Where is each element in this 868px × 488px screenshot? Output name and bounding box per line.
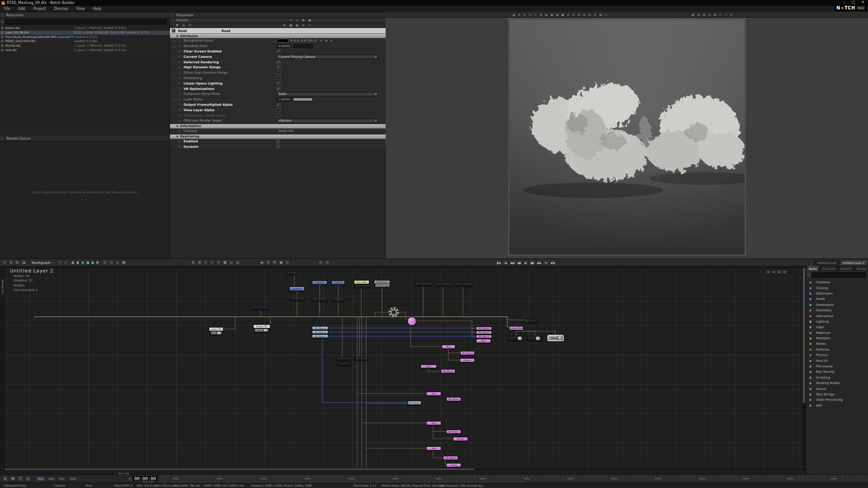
- color-button-w[interactable]: W: [324, 39, 328, 42]
- keyframe-toggle-icon[interactable]: [179, 45, 181, 47]
- bounds-icon[interactable]: ▭: [571, 13, 576, 17]
- keyframe-toggle-icon[interactable]: [179, 50, 181, 52]
- category-text-strings[interactable]: Text Strings: [806, 392, 868, 397]
- property-row[interactable]: Layer Alpha1.00000: [170, 97, 386, 103]
- category-wip[interactable]: WIP: [806, 403, 868, 408]
- keyframe-toggle-icon[interactable]: [179, 93, 181, 95]
- keyframe-toggle-icon[interactable]: [179, 88, 181, 90]
- graph-node-3d-object[interactable]: 3D Object: [443, 456, 458, 460]
- keyframe-toggle-icon[interactable]: [179, 40, 181, 42]
- category-shading-nodes[interactable]: Shading Nodes: [806, 380, 868, 386]
- keyframe-toggle-icon[interactable]: [179, 109, 181, 111]
- graph-node-camera[interactable]: Camera: [289, 286, 305, 291]
- property-checkbox[interactable]: [277, 76, 280, 80]
- keyframe-toggle-icon[interactable]: [179, 56, 181, 58]
- play-reverse-button[interactable]: ◀: [502, 260, 509, 265]
- graph-node-3d-object[interactable]: 3D Object: [312, 330, 328, 334]
- palette-tab-favourites[interactable]: Favourites: [820, 266, 838, 271]
- step-back-button[interactable]: ◀▮: [516, 260, 522, 265]
- filter-target-icon[interactable]: ◎: [181, 23, 186, 28]
- keyframe-toggle-icon[interactable]: [179, 99, 181, 101]
- camera-icon[interactable]: ◐: [544, 13, 549, 17]
- property-checkbox[interactable]: [277, 66, 280, 69]
- monitor-icon[interactable]: ⊡: [318, 260, 324, 265]
- wire-curve-icon[interactable]: ∿: [209, 260, 215, 265]
- split-icon[interactable]: ◫: [324, 260, 330, 265]
- gizmo-icon[interactable]: ✣: [576, 13, 581, 17]
- undo-icon[interactable]: ⊟: [8, 260, 14, 265]
- go-start-button[interactable]: ▮◀: [495, 260, 502, 265]
- graph-node-camera[interactable]: Camera: [312, 281, 327, 285]
- maximize-button[interactable]: ▢: [852, 0, 855, 4]
- resource-row[interactable]: test.obj1 Layer, 1 Material, loaded in 0…: [0, 48, 170, 52]
- layer-tab[interactable]: Untitled Layer 2: [840, 260, 868, 266]
- compact-icon[interactable]: ▣: [121, 260, 127, 265]
- color-swatch[interactable]: [277, 39, 288, 42]
- graph-node-null[interactable]: Null: [426, 446, 441, 450]
- keyframe-toggle-icon[interactable]: [179, 61, 181, 63]
- align-grid-icon[interactable]: ⊞: [190, 260, 196, 265]
- nodegraph-hscrollbar[interactable]: [5, 468, 802, 470]
- rewind-button[interactable]: ◀◀: [509, 260, 515, 265]
- presets-row[interactable]: Presets ▾↓✚▣: [170, 18, 386, 23]
- keyframe-toggle-icon[interactable]: [179, 72, 181, 74]
- timeline-mode-bin[interactable]: BIN: [47, 476, 56, 481]
- keyframe-toggle-icon[interactable]: [179, 120, 181, 122]
- dock-menu-icon[interactable]: ▾: [2, 260, 8, 265]
- step-forward-button[interactable]: ▮▶: [529, 260, 536, 265]
- section-band-attributes[interactable]: ▼Attributes: [170, 33, 386, 38]
- scale-icon[interactable]: ⊡: [528, 13, 533, 17]
- graph-node-light[interactable]: Light: [435, 282, 452, 286]
- eye-icon[interactable]: ◉: [294, 23, 300, 28]
- layer-tab[interactable]: Untitled Layer: [814, 260, 840, 266]
- timeline-mode-log[interactable]: LOG: [68, 476, 78, 481]
- property-number-input[interactable]: 0.00000: [277, 44, 291, 48]
- add-preset-icon[interactable]: ✚: [301, 18, 306, 23]
- property-row[interactable]: Backdrop Glow0.00000: [170, 44, 386, 49]
- graph-node-3d-object[interactable]: 3D Object: [312, 334, 328, 338]
- grid-icon[interactable]: ▦: [549, 13, 554, 17]
- collapse-icon[interactable]: ▾: [301, 23, 306, 28]
- palette-tab-nodes[interactable]: Nodes: [807, 266, 820, 271]
- menu-file[interactable]: File: [0, 7, 14, 11]
- graph-node-layer-3d[interactable]: Layer 3D: [209, 327, 223, 331]
- wire-straight-icon[interactable]: ∟: [203, 260, 209, 265]
- sort-descending-icon[interactable]: ↓: [294, 18, 300, 23]
- record-icon[interactable]: ●: [278, 260, 284, 265]
- timeline-mode-rls[interactable]: RLS: [36, 476, 45, 481]
- property-row[interactable]: Clear Screen Enabled: [170, 49, 386, 55]
- grid-icon[interactable]: ▦: [288, 23, 293, 28]
- category-fields[interactable]: Fields: [806, 296, 868, 302]
- node-align-icon[interactable]: ∷: [57, 260, 63, 265]
- ng-pan-icon[interactable]: ✛: [766, 270, 771, 274]
- graph-node-sky-light[interactable]: Sky Light: [354, 280, 369, 284]
- nodes-search-input[interactable]: [811, 272, 866, 277]
- pin-preset-icon[interactable]: ▣: [307, 18, 312, 23]
- res-full-icon[interactable]: ⊞: [696, 13, 701, 17]
- graph-node-3d-object[interactable]: 3D Object: [460, 351, 475, 355]
- layout-icon[interactable]: ◪: [21, 260, 27, 265]
- resource-row[interactable]: Stump.obj1 Layer, 1 Material, loaded in …: [0, 44, 170, 48]
- graph-node-material[interactable]: Material: [509, 336, 523, 341]
- property-checkbox[interactable]: [277, 87, 280, 91]
- aspect-icon[interactable]: ▥: [702, 13, 707, 17]
- graph-node-camera[interactable]: Camera: [312, 297, 327, 301]
- menu-project[interactable]: Project: [29, 7, 50, 11]
- graph-node-procedural-meshing[interactable]: Procedural Meshing: [509, 326, 524, 330]
- snap-letter-K-1[interactable]: K: [75, 260, 80, 265]
- property-checkbox[interactable]: [277, 108, 280, 112]
- resources-header[interactable]: ▏ Resources: [0, 12, 170, 18]
- nodegraph-vscrollbar[interactable]: [802, 267, 806, 471]
- graph-node-camera[interactable]: Camera: [253, 306, 269, 310]
- graph-node-3d-object[interactable]: 3D Object: [446, 430, 461, 434]
- category-nodes[interactable]: Nodes: [806, 341, 868, 347]
- graph-node-gray[interactable]: [339, 362, 350, 366]
- graph-node-3d-object[interactable]: 3D Object: [408, 401, 421, 405]
- snap-icon[interactable]: ◈: [538, 13, 543, 17]
- graph-node-3d-object[interactable]: 3D Object: [446, 397, 461, 401]
- graph-node-light[interactable]: Light: [415, 282, 432, 286]
- mirror-icon[interactable]: ⇄: [587, 13, 592, 17]
- stats-icon[interactable]: ∿: [604, 13, 609, 17]
- color-button-p[interactable]: P: [329, 39, 333, 42]
- graph-node-cloner[interactable]: Cloner: [453, 437, 468, 441]
